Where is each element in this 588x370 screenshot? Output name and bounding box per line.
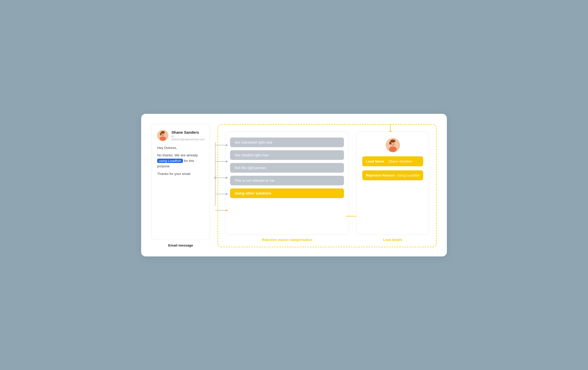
main-card: Shane Sanders to dolores@saleswhale.com … [141, 114, 447, 256]
svg-point-5 [162, 134, 162, 135]
svg-point-31 [390, 144, 392, 145]
svg-marker-17 [226, 160, 228, 162]
email-sender-name: Shane Sanders [171, 130, 205, 134]
svg-point-6 [163, 134, 164, 135]
category-item-not-interested-label: Not interested right now [235, 140, 272, 144]
lead-section: Lead Name Shane Sanders Rejection Reason… [356, 132, 429, 242]
lead-reason-value: Using Leadfish [397, 173, 420, 177]
branch-lines-svg [210, 132, 228, 235]
category-box: Not interested right now Not needed righ… [225, 132, 349, 235]
lead-name-value: Shane Sanders [388, 159, 412, 163]
lead-name-field: Lead Name Shane Sanders [362, 156, 423, 166]
email-body-text: No thanks. We are already using Leadfish… [157, 153, 204, 169]
categorization-section: Not interested right now Not needed righ… [225, 132, 349, 242]
lead-name-label: Lead Name [366, 159, 386, 163]
email-label: Email message [168, 243, 193, 247]
svg-point-30 [393, 143, 394, 144]
category-item-not-relevant-label: This is not relevant to me [235, 179, 274, 183]
svg-point-25 [389, 146, 397, 152]
category-item-not-needed[interactable]: Not needed right now [230, 150, 344, 160]
svg-point-15 [214, 177, 216, 179]
svg-point-28 [389, 142, 391, 145]
svg-point-3 [161, 131, 165, 134]
email-sender-info: Shane Sanders to dolores@saleswhale.com [171, 130, 205, 141]
email-body-before: No thanks. We are already [157, 153, 198, 157]
email-section: Shane Sanders to dolores@saleswhale.com … [151, 124, 210, 247]
svg-point-29 [391, 143, 392, 144]
email-greeting: Hey Dolores, [157, 145, 204, 151]
category-item-not-right-person[interactable]: Not the right person [230, 163, 344, 173]
category-item-using-other-label: Using other solutions [235, 191, 271, 195]
category-item-not-needed-label: Not needed right now [235, 153, 269, 157]
category-item-not-interested[interactable]: Not interested right now [230, 138, 344, 147]
svg-marker-16 [226, 144, 228, 146]
svg-point-8 [164, 135, 165, 135]
svg-point-1 [160, 136, 166, 141]
svg-point-32 [394, 144, 395, 145]
lead-avatar [386, 138, 400, 152]
svg-marker-19 [226, 193, 228, 195]
category-item-not-relevant[interactable]: This is not relevant to me [230, 176, 344, 185]
lead-card: Lead Name Shane Sanders Rejection Reason… [356, 132, 429, 235]
email-header: Shane Sanders to dolores@saleswhale.com [157, 130, 204, 141]
svg-marker-20 [226, 209, 228, 211]
categorization-label: Rejection reason categorisation [262, 238, 312, 242]
right-dashed-container: Not interested right now Not needed righ… [218, 124, 437, 247]
svg-point-7 [161, 135, 162, 135]
email-highlight: using Leadfish [157, 159, 183, 163]
lead-reason-label: Rejection Reason [366, 173, 395, 177]
svg-marker-18 [226, 177, 228, 179]
lead-label: Lead details [383, 238, 402, 242]
category-item-not-right-person-label: Not the right person [235, 166, 266, 170]
email-card: Shane Sanders to dolores@saleswhale.com … [151, 124, 210, 240]
email-body: Hey Dolores, No thanks. We are already u… [157, 145, 204, 179]
avatar [157, 130, 168, 141]
email-sender-to: to dolores@saleswhale.com [171, 135, 205, 141]
lead-reason-field: Rejection Reason Using Leadfish [362, 170, 423, 180]
email-sign-off: Thanks for your email. [157, 171, 204, 177]
category-item-using-other[interactable]: Using other solutions [230, 188, 344, 198]
